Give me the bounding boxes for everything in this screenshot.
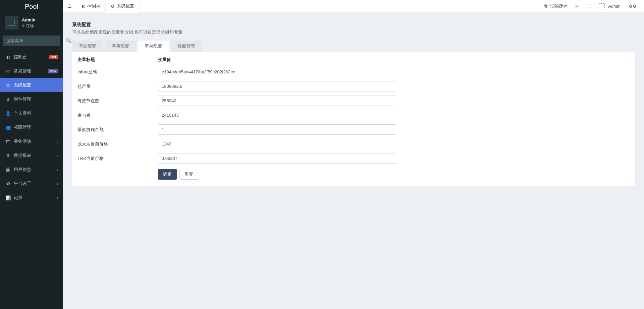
sidebar-item[interactable]: 📊记录‹ [0,191,63,195]
user-name: Admin [22,17,35,23]
panel-title: 系统配置 [72,22,635,28]
form-row: 有效节点数 [74,94,633,108]
field-label: 总产量 [77,83,158,89]
sidebar: Pool Admin 在线 🔍 ◐控制台hot⚙常规管理new⚙系统配置🗎附件管… [0,0,63,195]
tab-label: 控制台 [87,3,100,9]
field-label: TRX当前价格 [77,156,158,162]
brand-title[interactable]: Pool [0,0,63,13]
copy-button[interactable]: ⎘ [572,0,582,13]
tab-item[interactable]: ⚙系统配置 [106,0,140,13]
field-input[interactable] [158,110,396,120]
sidebar-item[interactable]: 🗎数据报表‹ [0,148,63,163]
trash-icon: 🗑 [544,4,548,9]
fullscreen-icon: ⛶ [586,4,591,9]
menu-icon: ⚙ [5,83,11,88]
fullscreen-button[interactable]: ⛶ [583,0,594,13]
user-panel: Admin 在线 [0,13,63,33]
sidebar-item-label: 用户信息 [14,167,31,173]
tab-icon: ⚙ [111,4,115,9]
topbar-user-label: Admin [608,4,621,9]
field-label: Infura公钥 [77,69,158,75]
panel: 系统配置 可以在此增改系统的变量和分组,也可以自定义分组和变量 基础配置字典配置… [68,18,639,186]
inner-tabs: 基础配置字典配置平台配置客服管理 [68,38,639,52]
sidebar-item-label: 常规管理 [14,68,31,74]
sidebar-item-label: 控制台 [14,54,27,60]
sidebar-item-label: 平台设置 [14,181,31,187]
clear-cache-button[interactable]: 🗑清除缓存 [540,0,571,13]
form-row: 参与者 [74,108,633,122]
user-status: 在线 [22,23,35,29]
sidebar-item[interactable]: 👥权限管理‹ [0,120,63,134]
sidebar-item-label: 个人资料 [14,110,31,116]
inner-tab[interactable]: 字典配置 [105,41,136,52]
menu-icon: 🗔 [5,139,11,144]
field-label: 有效节点数 [77,98,158,104]
chevron-left-icon: ‹ [57,139,58,143]
sidebar-item[interactable]: 🗔业务活动‹ [0,134,63,148]
sidebar-item[interactable]: ✿平台设置‹ [0,177,63,191]
topbar: ☰ ◐控制台⚙系统配置 🗑清除缓存 ⎘ ⛶ Admin ⚙⚙ [63,0,644,13]
form-row: 最低提现金额 [74,122,633,137]
settings-button[interactable]: ⚙⚙ [625,0,640,13]
status-dot-icon [22,24,24,27]
user-menu[interactable]: Admin [595,0,624,13]
sidebar-item-label: 权限管理 [14,124,31,130]
avatar[interactable] [5,16,18,29]
sidebar-menu: ◐控制台hot⚙常规管理new⚙系统配置🗎附件管理👤个人资料👥权限管理‹🗔业务活… [0,50,63,195]
menu-icon: 🗐 [5,167,11,172]
form-row: Infura公钥 [74,65,633,79]
tab-label: 系统配置 [117,3,134,9]
user-status-text: 在线 [26,23,34,28]
sidebar-subitem[interactable]: ⚙系统配置 [0,78,63,92]
inner-tab[interactable]: 客服管理 [171,41,202,52]
field-input[interactable] [158,67,396,77]
menu-icon: 🗎 [5,153,11,158]
menu-icon: 👥 [5,125,11,130]
header-value: 变量值 [158,57,171,62]
hamburger-button[interactable]: ☰ [63,0,76,12]
hamburger-icon: ☰ [68,4,72,9]
search-icon: 🔍 [66,38,71,43]
sidebar-search: 🔍 [3,36,60,46]
clear-cache-label: 清除缓存 [550,3,568,9]
menu-icon: ✿ [5,181,11,186]
form-row: 总产量 [74,79,633,94]
inner-tab[interactable]: 基础配置 [72,41,103,52]
tab-icon: ◐ [82,4,85,9]
sidebar-item-label: 系统配置 [14,82,31,88]
field-input[interactable] [158,153,396,164]
field-label: 参与者 [77,112,158,118]
tab-item[interactable]: ◐控制台 [76,0,106,12]
chevron-left-icon: ‹ [57,153,58,158]
menu-icon: 🗎 [5,97,11,102]
gears-icon: ⚙⚙ [629,4,637,9]
search-input[interactable] [3,36,66,46]
inner-tab[interactable]: 平台配置 [138,41,169,52]
submit-button[interactable]: 确定 [158,169,177,180]
sidebar-subitem[interactable]: 👤个人资料 [0,106,63,120]
panel-subtitle: 可以在此增改系统的变量和分组,也可以自定义分组和变量 [72,29,635,35]
field-input[interactable] [158,124,396,135]
field-input[interactable] [158,81,396,91]
field-input[interactable] [158,139,396,149]
form-header-row: 变量标题 变量值 [74,55,633,65]
search-button[interactable]: 🔍 [66,36,71,46]
form: 变量标题 变量值 Infura公钥总产量有效节点数参与者最低提现金额以太坊当前价… [72,52,635,186]
menu-icon: ◐ [5,55,11,60]
tabs-container: ◐控制台⚙系统配置 [76,0,140,12]
form-row: TRX当前价格 [74,151,633,166]
field-input[interactable] [158,96,396,106]
sidebar-item-label: 数据报表 [14,152,31,159]
sidebar-item[interactable]: ◐控制台hot [0,50,63,64]
sidebar-item[interactable]: 🗐用户信息‹ [0,163,63,177]
sidebar-item-label: 业务活动 [14,138,31,144]
chevron-left-icon: ‹ [57,168,58,172]
reset-button[interactable]: 重置 [179,169,198,180]
sidebar-item[interactable]: ⚙常规管理new [0,64,63,78]
sidebar-item-label: 附件管理 [14,96,31,102]
chevron-left-icon: ‹ [57,125,58,129]
chevron-left-icon: ‹ [57,182,58,186]
field-label: 最低提现金额 [77,127,158,133]
sidebar-subitem[interactable]: 🗎附件管理 [0,92,63,106]
badge: hot [49,55,58,59]
